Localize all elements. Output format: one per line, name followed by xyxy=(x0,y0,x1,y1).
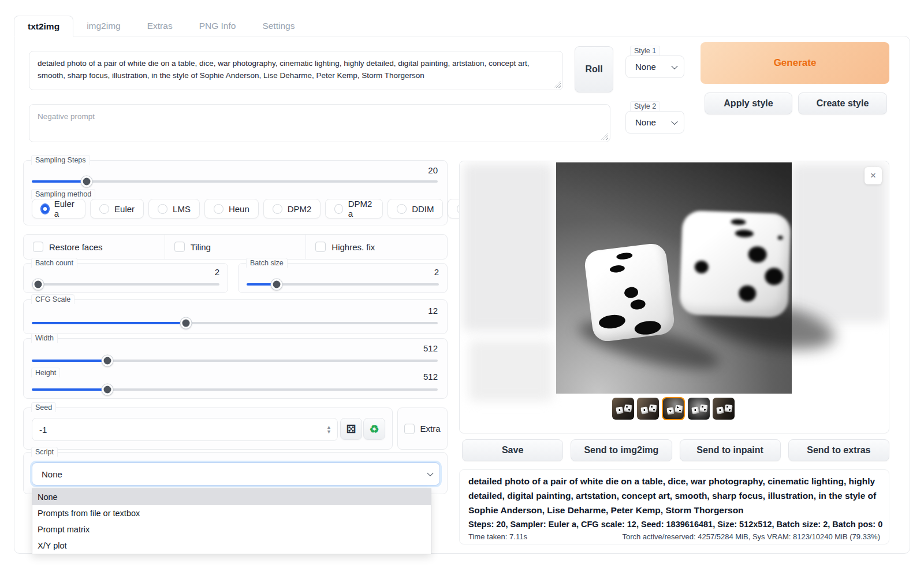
style1-select[interactable]: None xyxy=(625,55,684,78)
send-to-extras-button[interactable]: Send to extras xyxy=(788,439,889,461)
sampling-steps-slider[interactable] xyxy=(32,180,438,183)
reuse-seed-button[interactable]: ♻ xyxy=(363,418,385,440)
result-actions: Save Send to img2img Send to inpaint Sen… xyxy=(462,439,889,461)
script-select[interactable]: None xyxy=(32,462,440,486)
generate-button[interactable]: Generate xyxy=(701,42,889,84)
slider-handle[interactable] xyxy=(33,279,44,290)
radio-icon xyxy=(397,204,407,214)
create-style-button[interactable]: Create style xyxy=(798,92,887,114)
sampler-lms[interactable]: LMS xyxy=(148,199,200,218)
radio-on-icon xyxy=(41,204,49,214)
batch-size-label: Batch size xyxy=(246,258,288,268)
chevron-down-icon xyxy=(671,62,677,69)
script-dropdown-menu: None Prompts from file or textbox Prompt… xyxy=(32,488,431,554)
radio-icon xyxy=(273,204,282,214)
slider-handle[interactable] xyxy=(81,176,92,187)
die-right xyxy=(679,210,791,318)
random-seed-button[interactable]: ⚄ xyxy=(340,418,362,440)
dimensions-panel: Width 512 Height 512 xyxy=(23,338,448,399)
script-option-xy-plot[interactable]: X/Y plot xyxy=(32,538,431,554)
tab-txt2img[interactable]: txt2img xyxy=(14,16,73,37)
slider-handle[interactable] xyxy=(102,384,113,395)
width-label: Width xyxy=(31,333,58,343)
extra-seed-panel: Extra xyxy=(397,407,448,450)
sampling-panel: Sampling Steps 20 Sampling method Euler … xyxy=(23,160,448,225)
gallery-thumbnail[interactable] xyxy=(612,398,634,420)
generated-image[interactable] xyxy=(556,162,792,394)
width-value: 512 xyxy=(423,343,438,353)
cfg-scale-value: 12 xyxy=(428,306,438,316)
gallery-thumbnail-selected[interactable] xyxy=(662,397,685,420)
sampler-dpm2[interactable]: DPM2 xyxy=(263,199,321,218)
style2-value: None xyxy=(635,117,656,127)
extra-checkbox[interactable] xyxy=(404,424,415,434)
height-slider[interactable] xyxy=(32,388,438,391)
highres-fix-toggle[interactable]: Highres. fix xyxy=(305,235,447,259)
batch-count-slider[interactable] xyxy=(32,283,219,286)
close-icon[interactable]: × xyxy=(865,167,882,184)
sampling-method-label: Sampling method xyxy=(31,189,95,199)
gallery-thumbnail[interactable] xyxy=(637,398,659,420)
send-to-inpaint-button[interactable]: Send to inpaint xyxy=(680,439,781,461)
prompt-box: detailed photo of a pair of white die on… xyxy=(29,51,563,90)
slider-handle[interactable] xyxy=(181,318,192,329)
script-label: Script xyxy=(31,447,58,457)
toggle-label: Restore faces xyxy=(49,242,103,252)
chevron-down-icon xyxy=(427,470,433,476)
save-button[interactable]: Save xyxy=(462,439,563,461)
tab-png-info[interactable]: PNG Info xyxy=(186,16,249,36)
slider-handle[interactable] xyxy=(102,355,113,366)
vram-usage-text: Torch active/reserved: 4257/5284 MiB, Sy… xyxy=(622,532,880,541)
send-to-img2img-button[interactable]: Send to img2img xyxy=(571,439,672,461)
sampler-dpm2-a[interactable]: DPM2 a xyxy=(325,199,383,218)
tab-img2img[interactable]: img2img xyxy=(73,16,134,36)
negative-prompt-box xyxy=(29,104,610,142)
checkbox-icon[interactable] xyxy=(33,242,43,252)
tiling-toggle[interactable]: Tiling xyxy=(165,235,306,259)
tab-bar: txt2img img2img Extras PNG Info Settings xyxy=(14,16,308,36)
height-label: Height xyxy=(31,368,60,377)
seed-input[interactable]: -1 ▲▼ xyxy=(32,418,338,441)
radio-icon xyxy=(334,204,342,214)
thumbnail-strip xyxy=(612,397,735,420)
radio-icon xyxy=(99,204,109,214)
sampler-euler-a[interactable]: Euler a xyxy=(32,199,85,218)
checkbox-icon[interactable] xyxy=(315,242,326,252)
gallery-thumbnail[interactable] xyxy=(713,398,735,420)
sampler-label: LMS xyxy=(173,204,191,214)
roll-button[interactable]: Roll xyxy=(575,46,613,92)
width-slider[interactable] xyxy=(32,360,438,362)
tab-settings[interactable]: Settings xyxy=(249,16,308,36)
sampling-steps-value: 20 xyxy=(428,165,438,175)
apply-style-button[interactable]: Apply style xyxy=(705,92,792,114)
script-option-none[interactable]: None xyxy=(32,489,431,505)
sampler-euler[interactable]: Euler xyxy=(90,199,144,218)
cfg-scale-label: CFG Scale xyxy=(31,294,74,304)
sampler-ddim[interactable]: DDIM xyxy=(388,199,443,218)
cfg-scale-slider[interactable] xyxy=(32,322,438,324)
script-option-prompt-matrix[interactable]: Prompt matrix xyxy=(32,521,431,538)
style2-select[interactable]: None xyxy=(625,111,684,134)
blurred-gallery-background xyxy=(463,164,553,331)
sampler-label: Euler a xyxy=(54,199,76,218)
checkbox-icon[interactable] xyxy=(174,242,185,252)
radio-icon xyxy=(158,204,167,214)
script-option-prompts-from-file[interactable]: Prompts from file or textbox xyxy=(32,505,431,521)
script-value: None xyxy=(42,469,62,479)
prompt-input[interactable]: detailed photo of a pair of white die on… xyxy=(29,51,562,90)
negative-prompt-input[interactable] xyxy=(29,105,610,142)
slider-handle[interactable] xyxy=(271,279,282,290)
tab-extras[interactable]: Extras xyxy=(134,16,186,36)
seed-stepper[interactable]: ▲▼ xyxy=(326,425,331,434)
toggle-label: Highres. fix xyxy=(331,242,375,252)
batch-size-slider[interactable] xyxy=(247,283,439,286)
sampler-label: DDIM xyxy=(412,204,434,214)
time-taken-text: Time taken: 7.11s xyxy=(468,532,527,541)
sampler-heun[interactable]: Heun xyxy=(204,199,259,218)
sampler-label: Euler xyxy=(114,204,135,214)
blurred-gallery-background xyxy=(469,340,553,401)
sampling-steps-label: Sampling Steps xyxy=(31,155,90,165)
restore-faces-toggle[interactable]: Restore faces xyxy=(24,235,165,259)
gallery-thumbnail[interactable] xyxy=(688,398,710,420)
batch-count-value: 2 xyxy=(215,267,219,277)
